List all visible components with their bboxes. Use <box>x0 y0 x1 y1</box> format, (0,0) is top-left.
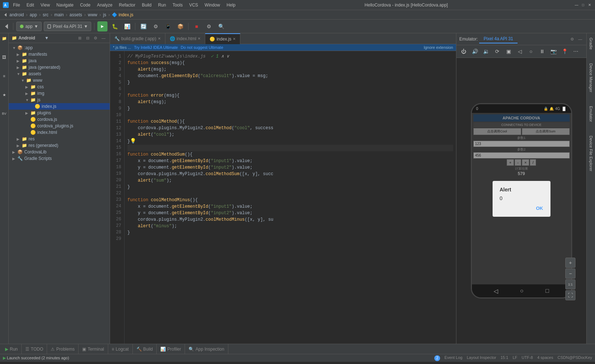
device-file-explorer-panel-label[interactable]: Device File Explorer <box>588 133 594 174</box>
structure-icon[interactable]: ≡ <box>1 72 8 80</box>
emulator-device-tab[interactable]: Pixel 4a API 31 <box>479 35 517 43</box>
fold-button[interactable]: ▣ <box>503 46 514 56</box>
breadcrumb-android[interactable]: android <box>9 12 24 17</box>
profile-button[interactable]: 📊 <box>122 21 132 31</box>
avd-button[interactable]: 📱 <box>163 21 173 31</box>
sdk-button[interactable]: 📦 <box>175 21 185 31</box>
run-tab[interactable]: ▶ Run <box>1 344 22 354</box>
problems-tab[interactable]: ⚠ Problems <box>47 344 79 354</box>
menu-code[interactable]: Code <box>77 2 93 8</box>
tab-index-html[interactable]: 🌐 index.html ✕ <box>165 33 206 44</box>
device-manager-panel-label[interactable]: Device Manager <box>588 60 594 95</box>
tree-java[interactable]: ▶ 📁 java <box>9 58 110 64</box>
menu-refactor[interactable]: Refactor <box>116 2 138 8</box>
alert-ok-button[interactable]: OK <box>500 206 543 211</box>
app-inspection-tab[interactable]: 🔍 App Inspection <box>185 344 228 354</box>
event-log-label[interactable]: Event Log <box>444 355 463 361</box>
volume-up-button[interactable]: 🔊 <box>470 46 480 56</box>
menu-vcs[interactable]: VCS <box>186 2 201 8</box>
back-icon[interactable] <box>3 12 8 17</box>
tree-img[interactable]: ▶ 📁 img <box>9 90 110 97</box>
maximize-button[interactable]: □ <box>581 3 586 8</box>
menu-edit[interactable]: Edit <box>24 2 37 8</box>
api-selector[interactable]: Pixel 4a API 31 ▼ <box>44 22 91 31</box>
fullscreen-button[interactable]: ⛶ <box>565 290 575 300</box>
tree-cordovalib[interactable]: ▶ 📦 CordovaLib <box>9 149 110 155</box>
tree-res-generated[interactable]: ▶ 📁 res (generated) <box>9 142 110 149</box>
tab-index-js[interactable]: 🟡 index.js ✕ <box>205 33 240 44</box>
phone-screen[interactable]: APACHE CORDOVA CONNECTING TO DEVICE 点击调用… <box>472 113 571 284</box>
ignore-extension-link[interactable]: Ignore extension <box>424 45 453 50</box>
tree-cordovajs[interactable]: 🟡 cordova.js <box>9 116 110 123</box>
zoom-in-button[interactable]: + <box>565 258 575 268</box>
tab-build-gradle-close[interactable]: ✕ <box>158 37 161 41</box>
emulator-minimize-button[interactable]: — <box>577 36 583 42</box>
favorites-icon[interactable]: ★ <box>1 91 8 98</box>
tree-cordova-plugins-js[interactable]: 🟡 cordova_plugins.js <box>9 123 110 129</box>
tree-www[interactable]: ▼ 📁 www <box>9 77 110 84</box>
screenshot-button[interactable]: 📷 <box>548 46 558 56</box>
volume-down-button[interactable]: 🔉 <box>481 46 491 56</box>
nav-recent[interactable]: □ <box>545 288 549 294</box>
tree-gradle-scripts[interactable]: ▶ 🔧 Gradle Scripts <box>9 155 110 162</box>
layout-inspector-label[interactable]: Layout Inspector <box>467 355 496 361</box>
nav-home[interactable]: ○ <box>520 288 524 294</box>
more-button[interactable]: ⋯ <box>571 46 581 56</box>
emulator-panel-label[interactable]: Emulator <box>588 103 594 125</box>
close-button[interactable]: ✕ <box>587 3 592 8</box>
tree-css[interactable]: ▶ 📁 css <box>9 84 110 90</box>
breadcrumb-assets[interactable]: assets <box>69 12 82 17</box>
code-content[interactable]: // MyPlugTest2\www\js\index.js ✓ 1 ∧ ∨ f… <box>125 51 456 344</box>
build-tab[interactable]: 🔨 Build <box>133 344 157 354</box>
menu-file[interactable]: File <box>10 2 23 8</box>
terminal-tab[interactable]: ▣ Terminal <box>79 344 108 354</box>
pause-button[interactable]: ⏸ <box>537 46 547 56</box>
resource-manager-icon[interactable]: 🖼 <box>1 54 8 61</box>
tree-assets[interactable]: ▼ 📁 assets <box>9 71 110 77</box>
profiler-tab[interactable]: 📊 Profiler <box>157 344 185 354</box>
gradle-sync-icon[interactable]: ⚙ <box>151 21 161 31</box>
zoom-out-button[interactable]: − <box>565 268 575 279</box>
collapse-all-button[interactable]: ⊟ <box>84 35 91 41</box>
tree-plugins[interactable]: ▶ 📁 plugins <box>9 110 110 116</box>
minimize-button[interactable]: — <box>574 3 579 8</box>
back-nav-button[interactable]: ◁ <box>515 46 525 56</box>
menu-run[interactable]: Run <box>155 2 169 8</box>
project-settings-button[interactable]: ⚙ <box>92 35 99 41</box>
code-editor[interactable]: 12345 678910 1112131415 1617181920 21222… <box>110 51 456 344</box>
expand-all-button[interactable]: ⊞ <box>76 35 83 41</box>
logcat-tab[interactable]: ≡ Logcat <box>108 344 133 354</box>
tree-res[interactable]: ▶ 📁 res <box>9 136 110 142</box>
breadcrumb-src[interactable]: src <box>43 12 48 17</box>
settings-button[interactable]: ⚙ <box>204 21 214 31</box>
rotate-button[interactable]: ⟳ <box>492 46 502 56</box>
breadcrumb-main[interactable]: main <box>54 12 64 17</box>
todo-tab[interactable]: ☰ TODO <box>22 344 47 354</box>
menu-tools[interactable]: Tools <box>170 2 186 8</box>
tree-manifests[interactable]: ▶ 📁 manifests <box>9 51 110 58</box>
project-icon[interactable]: 📁 <box>1 35 8 42</box>
breadcrumb-file[interactable]: 🔷 index.js <box>112 12 133 17</box>
project-close-button[interactable]: — <box>100 35 107 41</box>
zoom-reset-button[interactable]: 1:1 <box>565 279 575 289</box>
try-intellij-link[interactable]: Try IntelliJ IDEA Ultimate <box>134 45 178 50</box>
sync-button[interactable]: 🔄 <box>138 21 148 31</box>
menu-view[interactable]: View <box>38 2 53 8</box>
breadcrumb-www[interactable]: www <box>88 12 97 17</box>
back-toolbar-icon[interactable] <box>3 23 10 30</box>
device-selector[interactable]: app ▼ <box>16 22 42 31</box>
tab-index-html-close[interactable]: ✕ <box>198 37 201 41</box>
menu-window[interactable]: Window <box>202 2 223 8</box>
menu-help[interactable]: Help <box>224 2 239 8</box>
run-button[interactable]: ▶ <box>97 21 107 31</box>
home-button[interactable]: ○ <box>526 46 536 56</box>
debug-button[interactable]: 🐛 <box>110 21 120 31</box>
menu-navigate[interactable]: Navigate <box>54 2 76 8</box>
tree-js[interactable]: ▼ 📁 js <box>9 97 110 103</box>
menu-build[interactable]: Build <box>139 2 155 8</box>
build-variants-icon[interactable]: BV <box>1 110 8 117</box>
tab-index-js-close[interactable]: ✕ <box>233 37 236 41</box>
tree-java-generated[interactable]: ▶ 📁 java (generated) <box>9 64 110 71</box>
no-suggest-link[interactable]: Do not suggest Ultimate <box>181 45 223 50</box>
breadcrumb-js[interactable]: js <box>103 12 106 17</box>
